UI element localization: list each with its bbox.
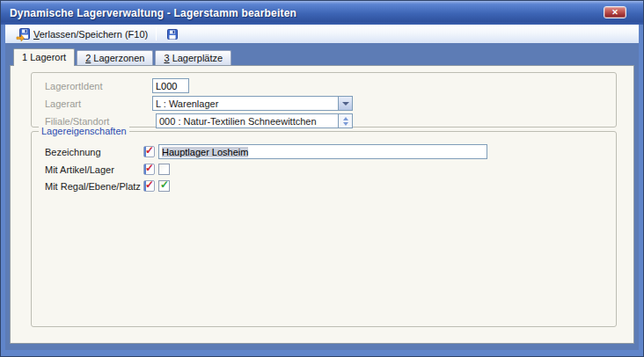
- mit-artikel-lager-label: Mit Artikel/Lager: [45, 164, 114, 175]
- bezeichnung-input[interactable]: Hauptlager Losheim: [158, 144, 487, 159]
- toolbar-separator: [156, 27, 157, 40]
- group-lagereigenschaften: Lagereigenschaften Bezeichnung ✓ Hauptla…: [31, 131, 617, 327]
- filiale-combobox[interactable]: 000 : Natur-Textilien Schneewittchen: [156, 113, 353, 128]
- lagerortident-label: LagerortIdent: [45, 81, 102, 91]
- close-button[interactable]: ✕: [604, 6, 626, 18]
- save-button[interactable]: [161, 26, 184, 42]
- app-window: Dynamische Lagerverwaltung - Lagerstamm …: [0, 0, 644, 357]
- exit-save-label: Verlassen/Speichern (F10): [33, 29, 148, 40]
- chevron-down-icon: [342, 102, 349, 106]
- lagerortident-input[interactable]: L000: [152, 78, 189, 93]
- exit-save-icon: [16, 27, 30, 41]
- titlebar[interactable]: Dynamische Lagerverwaltung - Lagerstamm …: [1, 1, 643, 25]
- mit-artikel-lager-checkbox[interactable]: ✓: [158, 164, 170, 175]
- arrow-down-icon: [343, 122, 348, 126]
- group-legend: Lagereigenschaften: [39, 125, 129, 137]
- checkmark-icon: ✓: [160, 178, 169, 191]
- bezeichnung-field-check-icon: ✓: [143, 146, 155, 157]
- lagerart-combobox[interactable]: L : Warenlager: [152, 96, 353, 111]
- tab-lagerplaetze[interactable]: 3 Lagerplätze: [155, 50, 231, 65]
- toolbar: Verlassen/Speichern (F10): [5, 25, 639, 43]
- filiale-spinner-button[interactable]: [338, 114, 352, 128]
- group-lagerort-ident: LagerortIdent L000 Lagerart L : Warenlag…: [31, 72, 617, 128]
- arrow-up-icon: [343, 117, 348, 120]
- exit-save-button[interactable]: Verlassen/Speichern (F10): [11, 26, 152, 42]
- tab-lagerzonen[interactable]: 2 Lagerzonen: [77, 50, 153, 65]
- tab-lagerort[interactable]: 1 Lagerort: [13, 48, 75, 65]
- mit-regal-field-check-icon: ✓: [143, 180, 155, 192]
- bezeichnung-label: Bezeichnung: [45, 147, 101, 157]
- save-icon: [165, 27, 179, 41]
- tab-page-lagerort: LagerortIdent L000 Lagerart L : Warenlag…: [10, 65, 634, 344]
- mit-regal-checkbox[interactable]: ✓: [158, 180, 170, 192]
- mit-regal-label: Mit Regal/Ebene/Platz: [45, 181, 141, 192]
- lagerart-dropdown-button[interactable]: [338, 97, 352, 110]
- mit-artikel-field-check-icon: ✓: [143, 164, 155, 175]
- window-title: Dynamische Lagerverwaltung - Lagerstamm …: [1, 7, 296, 19]
- close-icon: ✕: [611, 8, 618, 17]
- lagerart-label: Lagerart: [45, 98, 81, 109]
- tabstrip: 1 Lagerort 2 Lagerzonen 3 Lagerplätze: [13, 48, 233, 65]
- workspace: 1 Lagerort 2 Lagerzonen 3 Lagerplätze La…: [5, 43, 639, 350]
